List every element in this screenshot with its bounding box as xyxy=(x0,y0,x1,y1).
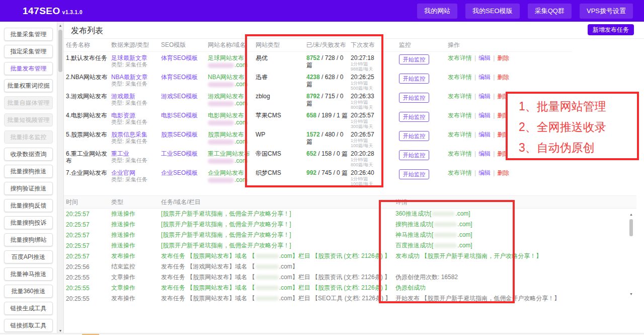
source-link[interactable]: 重工业 xyxy=(111,150,129,157)
edit-link[interactable]: 编辑 xyxy=(478,93,491,100)
separator: | xyxy=(493,150,495,157)
sidebar-item[interactable]: 批量搜狗反馈 xyxy=(4,199,53,212)
sidebar-item[interactable]: 搜狗验证推送 xyxy=(4,182,53,195)
sidebar-item[interactable]: 批量搜狗绑站 xyxy=(4,233,53,246)
source-link[interactable]: 企业官网 xyxy=(111,169,135,176)
blurred-domain xyxy=(432,212,455,216)
sidebar-item[interactable]: 指定采集管理 xyxy=(4,45,53,58)
publish-detail-link[interactable]: 发布详情 xyxy=(448,112,472,119)
source-link[interactable]: 电影资源 xyxy=(111,112,135,119)
monitor-cell: 开始监控 xyxy=(399,150,448,160)
data-source-cell: 足球最新文章类型: 采集任务 xyxy=(111,54,161,68)
separator: | xyxy=(493,169,495,176)
task-name: 3.游戏网站发布 xyxy=(64,93,111,100)
template-link[interactable]: 工业SEO模板 xyxy=(161,150,198,157)
actions-cell: 发布详情|编辑|删除 xyxy=(448,169,569,176)
source-link[interactable]: 游戏最新 xyxy=(111,93,135,100)
sidebar-item[interactable]: 批量发布管理 xyxy=(4,62,53,75)
data-source-cell: 重工业类型: 采集任务 xyxy=(111,150,161,164)
new-publish-task-button[interactable]: 新增发布任务 xyxy=(588,24,634,35)
cms-type: 迅睿 xyxy=(256,74,306,81)
log-row: 20:25:56结束监控发布任务 【游戏网站发布】域名 【.com】 xyxy=(64,261,636,272)
daily-limit: 988篇/每天 xyxy=(351,66,399,72)
sidebar-item[interactable]: 批量搜狗推送 xyxy=(4,165,53,178)
log-row: 20:25:57推送操作[股票开户新手避坑指南，低佣金开户攻略分享！]神马推送成… xyxy=(64,230,636,240)
nav-my-websites[interactable]: 我的网站 xyxy=(417,4,457,19)
monitor-cell: 开始监控 xyxy=(399,112,448,122)
scrollbar-thumb[interactable] xyxy=(58,30,62,72)
start-monitor-button[interactable]: 开始监控 xyxy=(399,131,429,141)
template-link[interactable]: 体育SEO模板 xyxy=(161,74,198,81)
source-link[interactable]: NBA最新文章 xyxy=(111,74,148,81)
sidebar-item[interactable]: 百度API推送 xyxy=(4,250,53,263)
sidebar-item[interactable]: 批量采集管理 xyxy=(4,28,53,41)
delete-link[interactable]: 删除 xyxy=(497,74,509,81)
source-link[interactable]: 足球最新文章 xyxy=(111,54,147,61)
daily-limit: 100篇/每天 xyxy=(351,143,399,148)
source-type-label: 类型: 采集任务 xyxy=(111,81,161,87)
template-link[interactable]: 电影SEO模板 xyxy=(161,112,198,119)
scroll-up-icon[interactable]: ▲ xyxy=(57,23,63,29)
blurred-domain xyxy=(256,296,279,301)
template-link[interactable]: 体育SEO模板 xyxy=(161,54,198,61)
start-monitor-button[interactable]: 开始监控 xyxy=(399,112,429,122)
site-name: 股票网站发布 xyxy=(208,131,256,138)
blurred-domain xyxy=(208,82,234,87)
template-link[interactable]: 企业SEO模板 xyxy=(161,169,198,176)
sidebar-item[interactable]: 批量搜狗投诉 xyxy=(4,216,53,229)
sidebar-item[interactable]: 链接生成工具 xyxy=(4,302,53,315)
nav-my-seo-templates[interactable]: 我的SEO模版 xyxy=(465,4,519,19)
start-monitor-button[interactable]: 开始监控 xyxy=(399,150,429,160)
publish-detail-link[interactable]: 发布详情 xyxy=(448,93,472,100)
publish-detail-link[interactable]: 发布详情 xyxy=(448,150,472,157)
sidebar-scrollbar[interactable]: ▲ ▼ xyxy=(57,22,64,335)
daily-limit: 100篇/每天 xyxy=(351,181,399,186)
template-link[interactable]: 股票SEO模板 xyxy=(161,131,198,138)
edit-link[interactable]: 编辑 xyxy=(478,131,491,138)
publish-detail-link[interactable]: 发布详情 xyxy=(448,131,472,138)
blurred-domain xyxy=(256,264,279,269)
delete-link[interactable]: 删除 xyxy=(497,169,509,176)
data-source-cell: 电影资源类型: 采集任务 xyxy=(111,112,161,125)
monitor-cell: 开始监控 xyxy=(399,74,448,84)
start-monitor-button[interactable]: 开始监控 xyxy=(399,93,429,103)
site-domain: .com xyxy=(208,100,256,107)
sidebar-item[interactable]: 收录数据查询 xyxy=(4,148,53,161)
table-row: 5.股票网站发布股票信息采集类型: 采集任务股票SEO模板股票网站发布.comW… xyxy=(64,128,572,148)
log-type: 发布操作 xyxy=(111,294,161,302)
blurred-domain xyxy=(208,178,234,183)
edit-link[interactable]: 编辑 xyxy=(478,150,491,157)
sidebar-item[interactable]: 批量360推送 xyxy=(4,285,53,298)
sidebar-item[interactable]: 批量神马推送 xyxy=(4,267,53,281)
start-monitor-button[interactable]: 开始监控 xyxy=(399,74,429,84)
seo-template-cell: 体育SEO模板 xyxy=(161,54,208,61)
scroll-up-icon[interactable]: ▲ xyxy=(628,212,634,217)
edit-link[interactable]: 编辑 xyxy=(478,54,491,61)
nav-qq-group[interactable]: 采集QQ群 xyxy=(528,4,572,19)
start-monitor-button[interactable]: 开始监控 xyxy=(399,169,429,179)
publish-detail-link[interactable]: 发布详情 xyxy=(448,74,472,81)
template-link[interactable]: 游戏SEO模板 xyxy=(161,93,198,100)
publish-detail-link[interactable]: 发布详情 xyxy=(448,54,472,61)
table-row: 4.电影网站发布电影资源类型: 采集任务电影SEO模板电影网站发布.com苹果C… xyxy=(64,109,572,128)
edit-link[interactable]: 编辑 xyxy=(478,112,491,119)
publish-detail-link[interactable]: 发布详情 xyxy=(448,169,472,176)
source-link[interactable]: 股票信息采集 xyxy=(111,131,147,138)
scrollbar-thumb[interactable] xyxy=(629,219,633,236)
sidebar-item[interactable]: 批量权重词挖掘 xyxy=(4,79,53,92)
edit-link[interactable]: 编辑 xyxy=(478,169,491,176)
log-row: 20:25:57推送操作[股票开户新手避坑指南，低佣金开户攻略分享！]搜狗推送成… xyxy=(64,219,636,230)
log-row: 20:25:57推送操作[股票开户新手避坑指南，低佣金开户攻略分享！]百度推送成… xyxy=(64,240,636,251)
edit-link[interactable]: 编辑 xyxy=(478,74,491,81)
log-scrollbar[interactable]: ▲ ▼ xyxy=(628,212,634,297)
site-cell: 股票网站发布.com xyxy=(208,131,256,145)
log-task: [股票开户新手避坑指南，低佣金开户攻略分享！] xyxy=(161,231,395,239)
cms-type: 易优 xyxy=(256,54,306,61)
start-monitor-button[interactable]: 开始监控 xyxy=(399,54,429,64)
task-name: 2.NBA网站发布 xyxy=(64,74,111,81)
sidebar-item[interactable]: 链接抓取工具 xyxy=(4,319,53,332)
scroll-down-icon[interactable]: ▼ xyxy=(628,292,634,297)
source-type-label: 类型: 采集任务 xyxy=(111,176,161,183)
nav-vps-settings[interactable]: VPS拨号设置 xyxy=(580,4,633,19)
delete-link[interactable]: 删除 xyxy=(497,54,509,61)
